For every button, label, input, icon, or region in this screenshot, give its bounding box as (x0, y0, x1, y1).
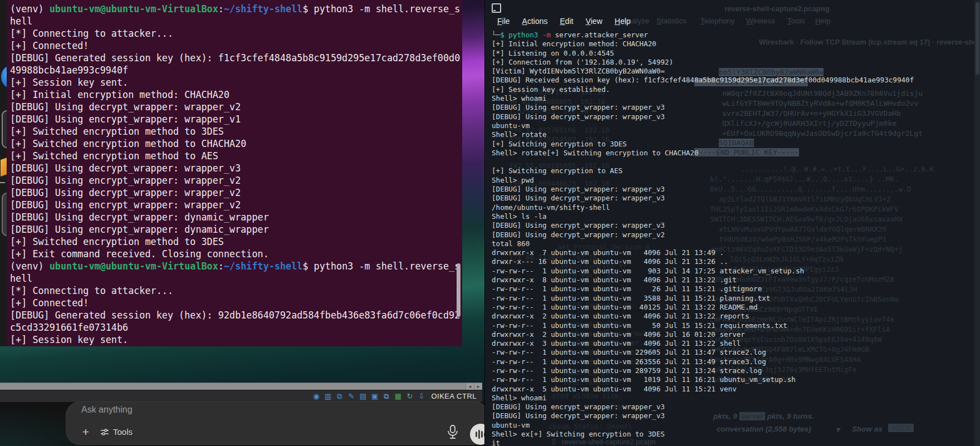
usb-icon[interactable]: ✎ (347, 392, 355, 400)
chat-input-bar[interactable]: Ask anything + Tools (66, 401, 489, 445)
right-terminal-scrollbar[interactable] (974, 0, 980, 446)
ghost-window-title: reverse-shell-capture2.pcapng (724, 4, 830, 13)
app-icon[interactable] (1, 156, 7, 177)
terminal-line: [+] Exit command received. Closing conne… (10, 248, 462, 260)
menu-item-edit[interactable]: Edit (560, 17, 574, 26)
terminal-line: [DEBUG] Using encrypt_wrapper: wrapper_v… (492, 103, 975, 112)
screen: (venv) ubuntu-vm@ubuntu-vm-VirtualBox:~/… (0, 0, 980, 446)
terminal-line (492, 158, 975, 166)
windows-icon[interactable]: ⧉ (382, 392, 390, 400)
vbox-horizontal-scrollbar[interactable]: ◂ ▸ (0, 383, 482, 390)
terminal-line: drwxrwxr-x 5 ubuntu-vm ubuntu-vm 4096 Ju… (492, 385, 975, 394)
menu-item-help[interactable]: Help (615, 17, 631, 26)
terminal-line: [DEBUG] Generated session key (hex): f1c… (10, 52, 462, 64)
terminal-line: Shell> ex[+] Switching encryption to 3DE… (492, 430, 975, 439)
terminal-line: drwxrwxr-x 7 ubuntu-vm ubuntu-vm 4096 Ju… (492, 248, 975, 257)
scroll-left-arrow-icon[interactable]: ◂ (465, 383, 474, 390)
terminal-line: -rw-rw-r-- 1 ubuntu-vm ubuntu-vm 40125 J… (492, 303, 975, 312)
browser-icon[interactable] (1, 66, 7, 88)
victim-terminal[interactable]: (venv) ubuntu-vm@ubuntu-vm-VirtualBox:~/… (7, 0, 462, 346)
terminal-line: [+] Switched encryption method to 3DES (10, 236, 462, 248)
terminal-line: [+] Initial encryption method: CHACHA20 (492, 40, 975, 48)
terminal-line: [DEBUG] Using encrypt_wrapper: wrapper_v… (492, 221, 975, 230)
terminal-line: [*] Connecting to attacker... (10, 27, 462, 40)
terminal-line: [+] Switched encryption method to 3DES (10, 125, 462, 138)
autoresize-icon[interactable]: ↻ (405, 392, 414, 400)
terminal-line: [+] Switched encryption method to AES (10, 150, 462, 162)
menu-item-actions[interactable]: Actions (522, 17, 548, 26)
terminal-window-icon (492, 3, 501, 13)
terminal-line: [DEBUG] Using decrypt_wrapper: dynamic_w… (10, 211, 462, 223)
terminal-line: hell (10, 15, 462, 27)
terminal-line: [Victim] WytdIENvbm5lY3RlZCB0byB2aWN0aW0… (492, 67, 975, 76)
terminal-line: [+] Session key established. (492, 85, 975, 94)
terminal-line: [DEBUG] Using encrypt_wrapper: dynamic_w… (10, 223, 462, 236)
seamless-icon[interactable]: ▦ (394, 392, 402, 400)
terminal-line: [+] Switched encryption method to CHACHA… (10, 138, 462, 150)
chat-input[interactable]: Ask anything (81, 405, 133, 415)
tools-button[interactable]: Tools (100, 427, 133, 437)
shared-folder-icon[interactable]: ▤ (359, 392, 367, 400)
terminal-line: [DEBUG] Using decrypt_wrapper: wrapper_v… (492, 231, 975, 239)
app-icon[interactable] (2, 193, 7, 236)
sliders-icon (100, 428, 109, 437)
host-key-label: OIKEA CTRL (431, 392, 477, 400)
hard-disk-icon[interactable]: ◉ (312, 392, 320, 400)
vbox-status-bar: ◉▥⧉✎▤▣⧉▦↻⇩OIKEA CTRL (0, 390, 482, 402)
terminal-line: Shell> rotate (492, 130, 975, 139)
terminal-line: [DEBUG] Using decrypt_wrapper: wrapper_v… (10, 162, 462, 174)
terminal-line: [DEBUG] Using decrypt_wrapper: wrapper_v… (492, 112, 975, 121)
menu-item-view[interactable]: View (586, 17, 602, 26)
terminal-line: [+] Connection from ('192.168.0.19', 549… (492, 58, 975, 67)
menu-item-file[interactable]: File (497, 17, 510, 26)
terminal-line: Shell> whoami (492, 394, 975, 403)
terminal-line: c5cd33291661fe07314b6 (10, 321, 462, 334)
terminal-output[interactable]: └─$ python3 -m server.attacker_server[+]… (492, 31, 975, 446)
left-terminal-scrollbar[interactable] (457, 263, 460, 317)
terminal-menu-bar: FileActionsEditViewHelp (485, 14, 980, 28)
terminal-line: (venv) ubuntu-vm@ubuntu-vm-VirtualBox:~/… (10, 3, 462, 15)
terminal-line: Shell> ls -la (492, 212, 975, 221)
terminal-line: -rw-rw-r-- 1 ubuntu-vm ubuntu-vm 903 Jul… (492, 267, 975, 276)
terminal-line: [DEBUG] Using encrypt_wrapper: wrapper_v… (10, 174, 462, 187)
terminal-line: [+] Switching encryption to AES (492, 166, 975, 175)
terminal-line: -rw-rw-r-- 1 ubuntu-vm ubuntu-vm 50 Jul … (492, 321, 975, 330)
terminal-line: [+] Initial encryption method: CHACHA20 (10, 89, 462, 101)
terminal-line: (venv) ubuntu-vm@ubuntu-vm-VirtualBox:~/… (10, 260, 462, 272)
scroll-right-arrow-icon[interactable]: ▸ (474, 383, 482, 390)
terminal-line: total 860 (492, 239, 975, 248)
terminal-line: Shell> rotate[+] Switching encryption to… (492, 149, 975, 158)
microphone-icon[interactable] (447, 425, 459, 439)
optical-disc-icon[interactable]: ▥ (324, 392, 332, 400)
terminal-line: [DEBUG] Using decrypt_wrapper: wrapper_v… (492, 411, 975, 420)
add-attachment-button[interactable]: + (79, 426, 92, 439)
terminal-line: [DEBUG] Using encrypt_wrapper: wrapper_v… (492, 185, 975, 194)
terminal-line: drwxrwxr-x 3 ubuntu-vm ubuntu-vm 4096 Ju… (492, 339, 975, 348)
terminal-line: Shell> whoami (492, 94, 975, 103)
terminal-line: [*] Listening on 0.0.0.0:4545 (492, 49, 975, 58)
display-icon[interactable]: ▣ (370, 392, 379, 400)
attacker-terminal[interactable]: reverse-shell-capture2.pcapngAnalyzeStat… (484, 0, 980, 446)
terminal-line: [DEBUG] Using encrypt_wrapper: wrapper_v… (10, 199, 462, 211)
terminal-line: drwxrwxr-x 8 ubuntu-vm ubuntu-vm 4096 Ju… (492, 276, 975, 285)
host-key-icon[interactable]: ⇩ (417, 392, 425, 400)
tools-label: Tools (113, 427, 133, 437)
terminal-line: -rw-rw-r-- 1 ubuntu-vm ubuntu-vm 229605 … (492, 348, 975, 357)
terminal-line: -rw-rw-r-- 1 ubuntu-vm ubuntu-vm 1019 Ju… (492, 375, 975, 384)
terminal-line: 49988bcb41ae993c9940f (10, 64, 462, 76)
terminal-line: ubuntu-vm (492, 121, 975, 130)
network-icon[interactable]: ⧉ (335, 392, 344, 400)
terminal-line: [DEBUG] Using decrypt_wrapper: wrapper_v… (10, 187, 462, 199)
terminal-line: [+] Connected! (10, 40, 462, 52)
terminal-line: [+] Session key sent. (10, 76, 462, 89)
terminal-line: [DEBUG] Generated session key (hex): 92d… (10, 309, 462, 321)
terminal-line: [+] Session key sent. (10, 334, 462, 346)
ubuntu-dock[interactable] (0, 0, 7, 346)
scroll-thumb[interactable] (976, 2, 979, 75)
app-icon[interactable] (2, 110, 7, 148)
dock-divider (0, 182, 5, 183)
terminal-line: it (492, 439, 975, 446)
terminal-line: drwxrwxr-x 2 ubuntu-vm ubuntu-vm 4096 Ju… (492, 312, 975, 321)
terminal-line: [*] Connecting to attacker... (10, 285, 462, 297)
terminal-line: [DEBUG] Using encrypt_wrapper: wrapper_v… (10, 113, 462, 125)
